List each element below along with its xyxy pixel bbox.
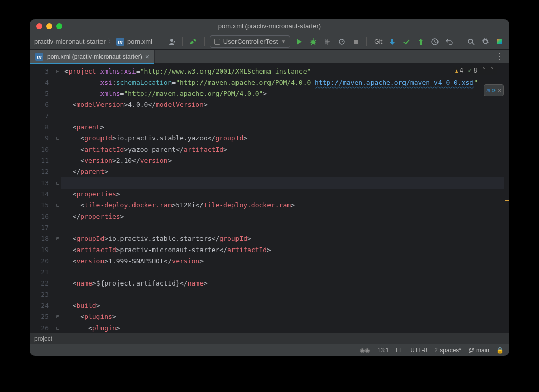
tab-more-icon[interactable]: ⋮ [491, 50, 509, 63]
line-number[interactable]: 12 [30, 166, 52, 177]
line-number[interactable]: 14 [30, 189, 52, 200]
history-icon[interactable] [429, 36, 441, 47]
git-branch-widget[interactable]: main [468, 347, 489, 354]
line-number[interactable]: 10 [30, 144, 52, 155]
code-line[interactable]: </properties> [64, 211, 509, 222]
code-line[interactable] [64, 267, 509, 278]
line-number[interactable]: 7 [30, 111, 52, 122]
line-number[interactable]: 23 [30, 289, 52, 300]
code-line[interactable] [64, 289, 509, 300]
line-number[interactable]: 25 [30, 311, 52, 323]
push-icon[interactable] [415, 36, 426, 47]
line-number[interactable]: 15 [30, 200, 52, 211]
line-number[interactable]: 3 [30, 66, 52, 77]
fold-column[interactable]: ⊟⊟⊟⊟⊟⊟⊟⊟ [54, 64, 61, 333]
code-line[interactable]: </parent> [64, 166, 509, 177]
code-line[interactable]: <modelVersion>4.0.0</modelVersion> [64, 99, 509, 111]
code-line[interactable]: <version>1.999-SNAPSHOT</version> [64, 256, 509, 267]
line-number[interactable]: 5 [30, 88, 52, 99]
maven-reload-float[interactable]: m ⟳ × [484, 84, 504, 96]
line-number[interactable]: 19 [30, 244, 52, 256]
line-number[interactable]: 18 [30, 233, 52, 244]
line-number[interactable]: 22 [30, 278, 52, 289]
code-line[interactable]: <artifactId>practiv-micronaut-starter</a… [64, 244, 509, 256]
copilot-status-icon[interactable]: ◉◉ [360, 347, 370, 354]
code-line[interactable] [61, 177, 509, 189]
breadcrumb-node[interactable]: project [34, 335, 52, 342]
indent-settings[interactable]: 2 spaces* [434, 347, 461, 354]
profile-button[interactable] [336, 36, 347, 47]
debug-button[interactable] [308, 36, 319, 47]
line-number[interactable]: 8 [30, 122, 52, 133]
line-number[interactable]: 21 [30, 267, 52, 278]
error-stripe[interactable] [504, 64, 509, 333]
line-number[interactable]: 16 [30, 211, 52, 222]
weak-warning-count[interactable]: 8 [468, 67, 477, 74]
run-configuration-select[interactable]: UserControllerTest ▼ [210, 35, 291, 48]
code-editor[interactable]: 3456789101112131415161718192021222324252… [30, 64, 509, 333]
code-line[interactable]: <parent> [64, 122, 509, 133]
breadcrumb-project[interactable]: practiv-micronaut-starter [34, 38, 106, 45]
coverage-button[interactable] [322, 36, 333, 47]
editor-tab[interactable]: m pom.xml (practiv-micronaut-starter) × [30, 50, 155, 63]
code-with-me-icon[interactable] [166, 36, 177, 47]
inspections-widget[interactable]: 4 8 ˄ ˅ [453, 66, 497, 75]
commit-icon[interactable] [401, 36, 412, 47]
code-line[interactable]: xmlns="http://maven.apache.org/POM/4.0.0… [64, 88, 509, 99]
build-hammer-icon[interactable] [188, 36, 199, 47]
line-separator[interactable]: LF [396, 347, 403, 354]
line-number[interactable]: 20 [30, 256, 52, 267]
code-line[interactable]: <groupId>io.practiv.stable.starters</gro… [64, 233, 509, 244]
line-number[interactable]: 24 [30, 300, 52, 311]
code-line[interactable]: <plugins> [64, 311, 509, 323]
rollback-icon[interactable] [444, 36, 455, 47]
line-number[interactable]: 13 [30, 177, 52, 189]
code-line[interactable] [64, 222, 509, 233]
line-number[interactable]: 6 [30, 99, 52, 111]
code-line[interactable]: <build> [64, 300, 509, 311]
settings-gear-icon[interactable] [480, 36, 491, 47]
caret-position[interactable]: 13:1 [377, 347, 389, 354]
code-line[interactable]: <plugin> [64, 323, 509, 333]
fold-toggle-icon[interactable]: ⊟ [54, 200, 61, 211]
code-line[interactable]: <version>2.10</version> [64, 155, 509, 166]
fold-toggle-icon[interactable]: ⊟ [54, 311, 61, 323]
close-tab-icon[interactable]: × [145, 53, 149, 61]
update-project-icon[interactable] [387, 36, 398, 47]
nav-breadcrumbs[interactable]: practiv-micronaut-starter 〉 m pom.xml [34, 37, 152, 46]
code-line[interactable]: <tile-deploy.docker.ram>512Mi</tile-depl… [64, 200, 509, 211]
fold-toggle-icon[interactable]: ⊟ [54, 323, 61, 333]
line-number[interactable]: 17 [30, 222, 52, 233]
line-number[interactable]: 26 [30, 323, 52, 333]
fold-toggle-icon[interactable]: ⊟ [54, 66, 61, 77]
editor-breadcrumb[interactable]: project [30, 333, 509, 344]
code-line[interactable]: <groupId>io.practiv.stable.yazoo</groupI… [64, 133, 509, 144]
stop-button[interactable] [350, 36, 361, 47]
fold-toggle-icon[interactable]: ⊟ [54, 233, 61, 244]
next-prev-highlight[interactable]: ˄ ˅ [482, 67, 495, 74]
fold-toggle-icon[interactable]: ⊟ [54, 177, 61, 189]
maximize-window-button[interactable] [56, 23, 62, 29]
jetbrains-toolbox-icon[interactable] [494, 36, 505, 47]
code-line[interactable]: <properties> [64, 189, 509, 200]
code-line[interactable]: <project xmlns:xsi="http://www.w3.org/20… [64, 66, 509, 77]
readonly-lock-icon[interactable]: 🔒 [496, 347, 504, 354]
code-line[interactable]: <name>${project.artifactId}</name> [64, 278, 509, 289]
line-number-gutter[interactable]: 3456789101112131415161718192021222324252… [30, 64, 54, 333]
close-float-icon[interactable]: × [498, 87, 501, 94]
minimize-window-button[interactable] [46, 23, 52, 29]
code-line[interactable]: <artifactId>yazoo-parent</artifactId> [64, 144, 509, 155]
code-line[interactable]: xsi:schemaLocation="http://maven.apache.… [64, 77, 509, 88]
warning-count[interactable]: 4 [455, 67, 463, 74]
line-number[interactable]: 9 [30, 133, 52, 144]
close-window-button[interactable] [36, 23, 42, 29]
breadcrumb-file[interactable]: pom.xml [127, 38, 152, 45]
line-number[interactable]: 4 [30, 77, 52, 88]
line-number[interactable]: 11 [30, 155, 52, 166]
code-area[interactable]: 4 8 ˄ ˅ m ⟳ × <project xmlns:xsi="http:/… [61, 64, 509, 333]
run-button[interactable] [293, 36, 305, 47]
fold-toggle-icon[interactable]: ⊟ [54, 133, 61, 144]
file-encoding[interactable]: UTF-8 [410, 347, 427, 354]
search-everywhere-icon[interactable] [465, 36, 477, 47]
code-line[interactable] [64, 111, 509, 122]
